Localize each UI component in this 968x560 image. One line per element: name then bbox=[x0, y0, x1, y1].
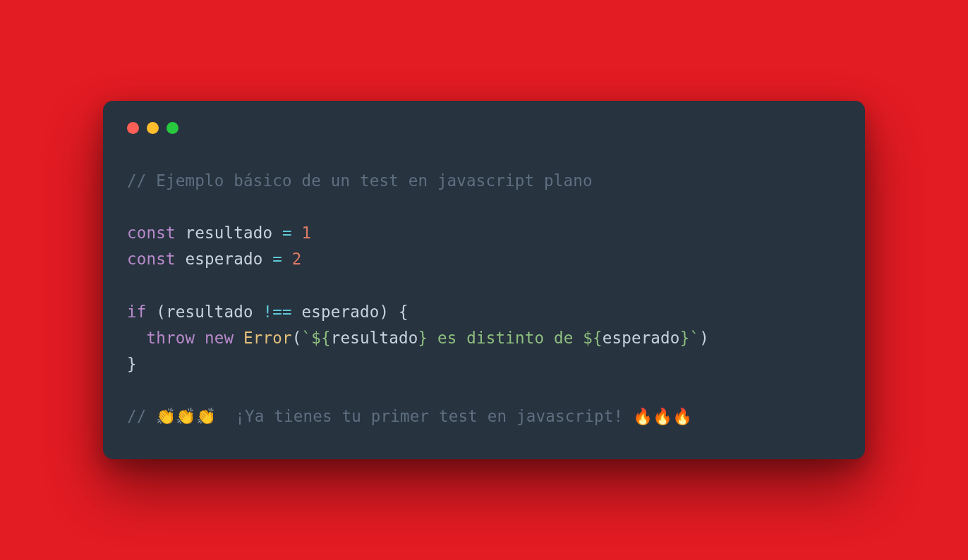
code-operator: = bbox=[272, 250, 282, 268]
code-brace: { bbox=[399, 303, 409, 321]
code-identifier: esperado bbox=[603, 329, 680, 347]
code-paren: ( bbox=[292, 329, 302, 347]
code-keyword-new: new bbox=[205, 329, 234, 347]
code-keyword-throw: throw bbox=[147, 329, 195, 347]
code-classname: Error bbox=[243, 329, 292, 347]
code-brace: } bbox=[127, 355, 137, 373]
code-comment: // 👏👏👏 ¡Ya tienes tu primer test en java… bbox=[127, 407, 693, 425]
minimize-icon[interactable] bbox=[147, 122, 159, 134]
code-keyword-if: if bbox=[127, 303, 147, 321]
code-identifier: resultado bbox=[331, 329, 418, 347]
code-window: // Ejemplo básico de un test en javascri… bbox=[103, 101, 865, 459]
window-titlebar bbox=[127, 122, 841, 134]
zoom-icon[interactable] bbox=[167, 122, 179, 134]
code-block: // Ejemplo básico de un test en javascri… bbox=[127, 168, 841, 430]
code-string: es distinto de bbox=[428, 329, 583, 347]
code-number: 1 bbox=[301, 224, 311, 242]
code-identifier: resultado bbox=[185, 224, 272, 242]
code-keyword-const: const bbox=[127, 224, 176, 242]
code-paren: ) bbox=[699, 329, 709, 347]
code-interp: ${ bbox=[583, 329, 603, 347]
code-comment: // Ejemplo básico de un test en javascri… bbox=[127, 171, 593, 190]
code-keyword-const: const bbox=[127, 250, 176, 268]
code-number: 2 bbox=[292, 250, 302, 268]
code-operator: = bbox=[282, 224, 292, 242]
code-string: ` bbox=[301, 329, 311, 347]
code-string: ` bbox=[689, 329, 699, 347]
code-interp: } bbox=[680, 329, 690, 347]
code-operator: !== bbox=[262, 303, 291, 321]
code-paren: ( bbox=[156, 303, 166, 321]
close-icon[interactable] bbox=[127, 122, 139, 134]
code-identifier: resultado bbox=[166, 303, 253, 321]
code-identifier: esperado bbox=[185, 250, 262, 268]
code-interp: } bbox=[418, 329, 428, 347]
code-paren: ) bbox=[379, 303, 389, 321]
code-identifier: esperado bbox=[301, 303, 379, 321]
code-interp: ${ bbox=[311, 329, 331, 347]
